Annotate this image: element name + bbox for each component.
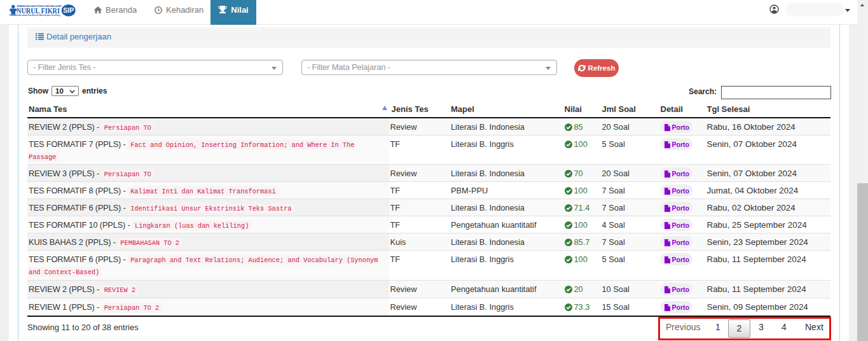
svg-text:Kita Maju Bersama Kita Menuju: Kita Maju Bersama Kita Menuju Masa Depan… [10,13,60,17]
svg-text:SIP: SIP [63,6,74,14]
